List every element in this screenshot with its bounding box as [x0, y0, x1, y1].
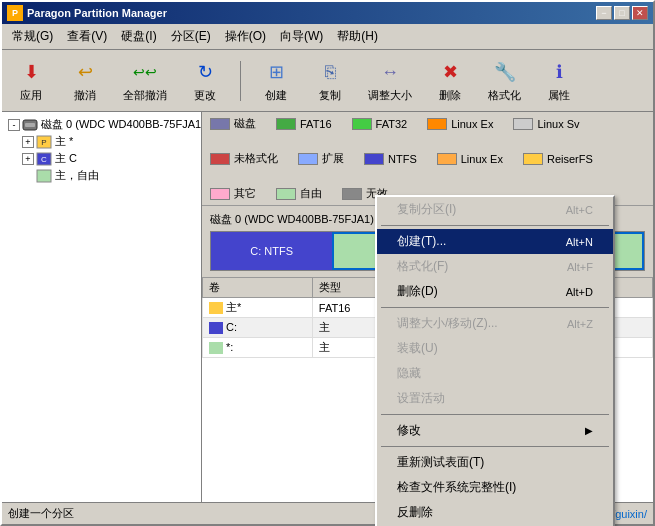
ctx-resize[interactable]: 调整大小/移动(Z)... Alt+Z — [377, 311, 613, 336]
close-button[interactable]: ✕ — [632, 6, 648, 20]
menu-partition[interactable]: 分区(E) — [165, 26, 217, 47]
ctx-modify[interactable]: 修改 ▶ — [377, 418, 613, 443]
undo-all-icon: ↩↩ — [129, 58, 161, 86]
legend-fat16: FAT16 — [276, 116, 332, 131]
legend-color-fat32 — [352, 118, 372, 130]
ctx-create[interactable]: 创建(T)... Alt+N — [377, 229, 613, 254]
partition-icon-star: P — [36, 135, 52, 149]
partition-icon-c: C — [36, 152, 52, 166]
tree-item-disk0[interactable]: - 磁盘 0 (WDC WD400BB-75FJA1) — [6, 116, 197, 133]
legend-unformatted: 未格式化 — [210, 151, 278, 166]
legend-other: 其它 — [210, 186, 256, 201]
tree-expand-main-star[interactable]: + — [22, 136, 34, 148]
ctx-sep-1 — [381, 225, 609, 226]
menu-help[interactable]: 帮助(H) — [331, 26, 384, 47]
legend-color-ntfs — [364, 153, 384, 165]
copy-button[interactable]: ⎘ 复制 — [307, 54, 353, 107]
apply-icon: ⬇ — [15, 58, 47, 86]
tree-main-free-label: 主，自由 — [55, 168, 99, 183]
legend-linux-ex2: Linux Ex — [437, 151, 503, 166]
menu-operation[interactable]: 操作(O) — [219, 26, 272, 47]
toolbar-sep-1 — [240, 61, 241, 101]
tree-item-main-free[interactable]: 主，自由 — [6, 167, 197, 184]
legend-color-free — [276, 188, 296, 200]
ctx-check-fs[interactable]: 检查文件系统完整性(I) — [377, 475, 613, 500]
menu-wizard[interactable]: 向导(W) — [274, 26, 329, 47]
context-menu: 复制分区(I) Alt+C 创建(T)... Alt+N 格式化(F) Alt+… — [375, 195, 615, 526]
update-button[interactable]: ↻ 更改 — [182, 54, 228, 107]
legend-color-linux-ex2 — [437, 153, 457, 165]
tree-item-main-star[interactable]: + P 主 * — [6, 133, 197, 150]
cell-vol-1: 主* — [203, 298, 313, 318]
menu-disk[interactable]: 硬盘(I) — [115, 26, 162, 47]
row-icon-1 — [209, 302, 223, 314]
resize-icon: ↔ — [374, 58, 406, 86]
resize-button[interactable]: ↔ 调整大小 — [361, 54, 419, 107]
undo-button[interactable]: ↩ 撤消 — [62, 54, 108, 107]
format-button[interactable]: 🔧 格式化 — [481, 54, 528, 107]
ctx-mount[interactable]: 装载(U) — [377, 336, 613, 361]
maximize-button[interactable]: □ — [614, 6, 630, 20]
legend-disk: 磁盘 — [210, 116, 256, 131]
ctx-undelete[interactable]: 反删除 — [377, 500, 613, 525]
ctx-delete[interactable]: 删除(D) Alt+D — [377, 279, 613, 304]
tree-expand-main-c[interactable]: + — [22, 153, 34, 165]
legend-color-linux-sv — [513, 118, 533, 130]
window-title: Paragon Partition Manager — [27, 7, 167, 19]
legend-color-other — [210, 188, 230, 200]
left-panel: - 磁盘 0 (WDC WD400BB-75FJA1) + P 主 * — [2, 112, 202, 502]
copy-icon: ⎘ — [314, 58, 346, 86]
legend-color-disk — [210, 118, 230, 130]
row-icon-2 — [209, 322, 223, 334]
ctx-sep-2 — [381, 307, 609, 308]
minimize-button[interactable]: − — [596, 6, 612, 20]
tree-expand-disk0[interactable]: - — [8, 119, 20, 131]
title-bar: P Paragon Partition Manager − □ ✕ — [2, 2, 653, 24]
title-bar-buttons: − □ ✕ — [596, 6, 648, 20]
ctx-sep-3 — [381, 414, 609, 415]
col-vol: 卷 — [203, 278, 313, 298]
tree-item-main-c[interactable]: + C 主 C — [6, 150, 197, 167]
tree-view: - 磁盘 0 (WDC WD400BB-75FJA1) + P 主 * — [2, 112, 201, 502]
svg-rect-1 — [25, 123, 35, 127]
menu-view[interactable]: 查看(V) — [61, 26, 113, 47]
legend-ntfs: NTFS — [364, 151, 417, 166]
title-bar-left: P Paragon Partition Manager — [7, 5, 167, 21]
tree-main-star-label: 主 * — [55, 134, 73, 149]
apply-button[interactable]: ⬇ 应用 — [8, 54, 54, 107]
undo-all-button[interactable]: ↩↩ 全部撤消 — [116, 54, 174, 107]
undo-icon: ↩ — [69, 58, 101, 86]
svg-text:C: C — [41, 155, 47, 164]
tree-disk-label: 磁盘 0 (WDC WD400BB-75FJA1) — [41, 117, 201, 132]
ctx-test-surface[interactable]: 重新测试表面(T) — [377, 450, 613, 475]
legend-linux-sv: Linux Sv — [513, 116, 579, 131]
disk-seg-c[interactable]: C: NTFS — [211, 232, 332, 270]
properties-icon: ℹ — [543, 58, 575, 86]
menu-general[interactable]: 常规(G) — [6, 26, 59, 47]
status-text: 创建一个分区 — [8, 506, 74, 521]
app-icon: P — [7, 5, 23, 21]
svg-rect-6 — [37, 170, 51, 182]
legend-color-linux-ex1 — [427, 118, 447, 130]
delete-button[interactable]: ✖ 删除 — [427, 54, 473, 107]
tree-main-c-label: 主 C — [55, 151, 77, 166]
format-icon: 🔧 — [489, 58, 521, 86]
legend-free: 自由 — [276, 186, 322, 201]
legend-color-fat16 — [276, 118, 296, 130]
svg-text:P: P — [41, 138, 46, 147]
create-button[interactable]: ⊞ 创建 — [253, 54, 299, 107]
delete-icon: ✖ — [434, 58, 466, 86]
ctx-copy-partition[interactable]: 复制分区(I) Alt+C — [377, 197, 613, 222]
disk-icon — [22, 118, 38, 132]
ctx-set-active[interactable]: 设置活动 — [377, 386, 613, 411]
ctx-hide[interactable]: 隐藏 — [377, 361, 613, 386]
legend-linux-ex1: Linux Ex — [427, 116, 493, 131]
legend-color-unformatted — [210, 153, 230, 165]
menu-bar: 常规(G) 查看(V) 硬盘(I) 分区(E) 操作(O) 向导(W) 帮助(H… — [2, 24, 653, 50]
legend-fat32: FAT32 — [352, 116, 408, 131]
properties-button[interactable]: ℹ 属性 — [536, 54, 582, 107]
create-icon: ⊞ — [260, 58, 292, 86]
ctx-format[interactable]: 格式化(F) Alt+F — [377, 254, 613, 279]
ctx-sep-4 — [381, 446, 609, 447]
legend-reiserfs: ReiserFS — [523, 151, 593, 166]
